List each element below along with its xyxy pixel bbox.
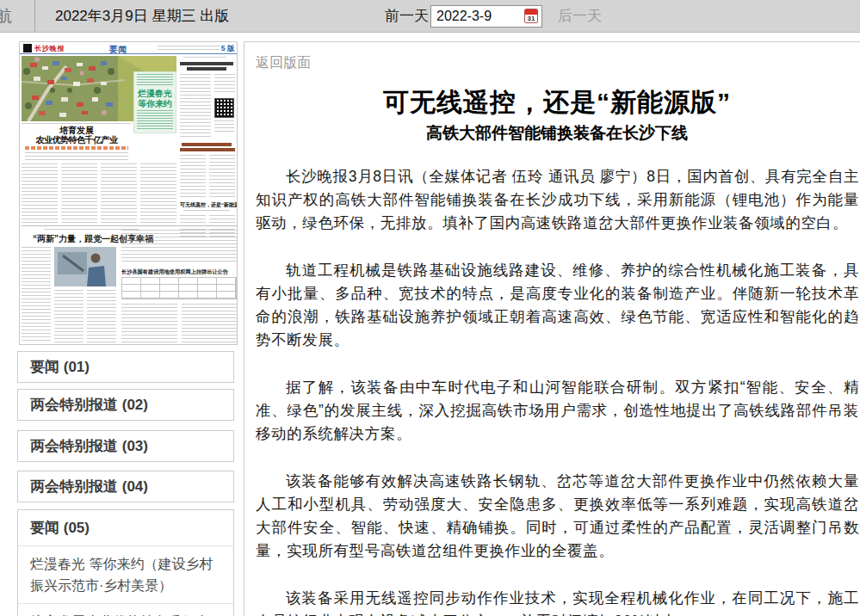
next-day-button[interactable]: 后一天	[558, 0, 602, 33]
article-subtitle: 高铁大部件智能铺换装备在长沙下线	[256, 123, 858, 143]
newspaper-logo-icon	[23, 44, 32, 52]
article-panel: 返回版面 可无线遥控，还是“新能源版” 高铁大部件智能铺换装备在长沙下线 长沙晚…	[244, 41, 860, 616]
sidebar-section-header[interactable]: 要闻 (05)	[18, 510, 233, 546]
publish-date-label: 2022年3月9日 星期三 出版	[55, 0, 229, 33]
sidebar-item-lianghui-04[interactable]: 两会特别报道 (04)	[17, 471, 234, 502]
article-paragraph: 该装备采用无线遥控同步动作作业技术，实现全程机械化作业，在同工况下，施工人员较行…	[256, 587, 859, 616]
thumb-green-feature-box: 烂漫春光 等你来约	[133, 71, 176, 133]
calendar-icon[interactable]: 31	[524, 9, 538, 23]
thumb-section-label: 要闻	[109, 44, 127, 56]
thumb-body-columns	[22, 163, 176, 224]
article-paragraph: 轨道工程机械是铁路基础设施线路建设、维修、养护的综合性机械化施工装备，具有小批量…	[256, 259, 859, 352]
qr-code-icon	[214, 98, 234, 118]
prev-day-button[interactable]: 前一天	[385, 0, 429, 33]
article-paragraph: 据了解，该装备由中车时代电子和山河智能联合研制。双方紧扣“智能、安全、精准、绿色…	[256, 376, 859, 446]
thumb-current-article-headline: 可无线遥控，还是“新能源版”	[180, 201, 237, 208]
sidebar-article-link[interactable]: 培育发展农业优势特色千亿产业	[18, 604, 233, 616]
thumb-masthead-meta	[158, 46, 220, 51]
thumb-masthead: 长沙晚报 要闻 5 版	[20, 42, 237, 54]
thumb-orange-subhead	[25, 146, 128, 150]
article-paragraph: 长沙晚报3月8日讯（全媒体记者 伍玲 通讯员 廖宁）8日，国内首创、具有完全自主…	[256, 165, 859, 235]
thumb-notice-table	[121, 277, 237, 299]
thumb-notice-headline: 长沙县国有建设用地使用权网上挂牌出让公告	[121, 268, 196, 276]
article-paragraph: 该装备能够有效解决高速铁路长钢轨、岔芯等道岔大部件更换作业中仍然依赖大量人工和小…	[256, 470, 859, 563]
newspaper-name: 长沙晚报	[34, 44, 65, 53]
thumb-worker-photo	[54, 247, 116, 286]
thumb-right-column: 可无线遥控，还是“新能源版”	[180, 57, 237, 225]
sidebar-item-lianghui-03[interactable]: 两会特别报道 (03)	[17, 430, 234, 462]
thumb-main-headline: 培育发展 农业优势特色千亿产业	[23, 126, 130, 145]
thumb-page-number: 5 版	[220, 43, 234, 53]
sidebar-article-link[interactable]: 烂漫春光 等你来约（建设乡村振兴示范市·乡村美景）	[18, 546, 233, 604]
page-thumbnail[interactable]: 长沙晚报 要闻 5 版	[19, 41, 238, 345]
date-nav-bar: 导航 2022年3月9日 星期三 出版 前一天 31 后一天	[0, 0, 860, 33]
sidebar-item-lianghui-02[interactable]: 两会特别报道 (02)	[17, 389, 234, 421]
green-box-title-line2: 等你来约	[134, 98, 176, 110]
topbar-divider	[34, 0, 35, 33]
article-title: 可无线遥控，还是“新能源版”	[256, 88, 858, 117]
back-to-page-link[interactable]: 返回版面	[256, 54, 311, 72]
article-body: 长沙晚报3月8日讯（全媒体记者 伍玲 通讯员 廖宁）8日，国内首创、具有完全自主…	[256, 165, 859, 616]
sidebar-section-yaowen-05: 要闻 (05) 烂漫春光 等你来约（建设乡村振兴示范市·乡村美景） 培育发展农业…	[17, 509, 234, 616]
nav-menu-partial[interactable]: 导航	[0, 0, 12, 33]
sidebar-item-yaowen-01[interactable]: 要闻 (01)	[17, 351, 234, 383]
date-picker: 31	[430, 5, 542, 28]
